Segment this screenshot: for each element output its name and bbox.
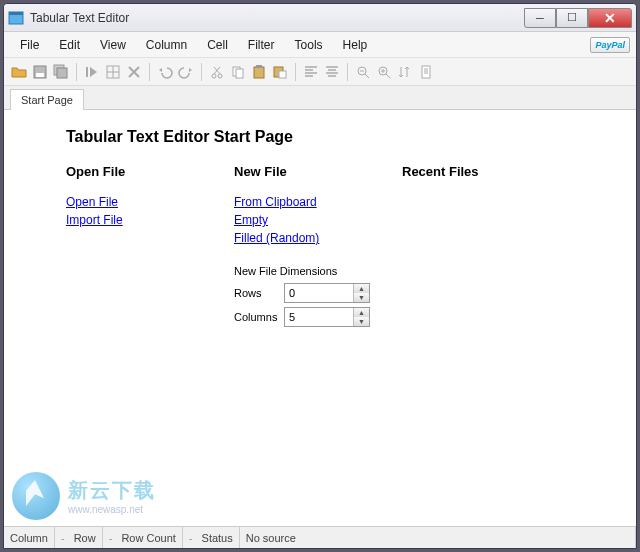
cols-down-icon[interactable]: ▼ — [354, 317, 369, 326]
svg-rect-1 — [9, 12, 23, 15]
menu-file[interactable]: File — [10, 34, 49, 56]
status-column: Column — [4, 527, 55, 548]
dimensions-label: New File Dimensions — [234, 265, 402, 277]
menubar: File Edit View Column Cell Filter Tools … — [4, 32, 636, 58]
svg-line-22 — [386, 74, 390, 78]
status-row: - Row — [55, 527, 103, 548]
rows-spinner[interactable]: ▲▼ — [284, 283, 370, 303]
window-title: Tabular Text Editor — [30, 11, 524, 25]
undo-icon[interactable] — [156, 63, 174, 81]
start-page-content: Tabular Text Editor Start Page Open File… — [4, 110, 636, 526]
play-start-icon[interactable] — [83, 63, 101, 81]
rows-label: Rows — [234, 287, 284, 299]
svg-rect-13 — [236, 69, 243, 78]
grid-icon[interactable] — [104, 63, 122, 81]
columns-spinner[interactable]: ▲▼ — [284, 307, 370, 327]
open-icon[interactable] — [10, 63, 28, 81]
svg-point-10 — [212, 74, 216, 78]
zoom-in-icon[interactable] — [375, 63, 393, 81]
empty-link[interactable]: Empty — [234, 211, 402, 229]
save-icon[interactable] — [31, 63, 49, 81]
open-file-section: Open File Open File Import File — [66, 164, 234, 331]
rows-input[interactable] — [285, 284, 353, 302]
import-file-link[interactable]: Import File — [66, 211, 234, 229]
open-file-link[interactable]: Open File — [66, 193, 234, 211]
svg-line-19 — [365, 74, 369, 78]
svg-rect-6 — [86, 67, 88, 77]
status-source: No source — [240, 527, 636, 548]
close-button[interactable]: ✕ — [588, 8, 632, 28]
columns-input[interactable] — [285, 308, 353, 326]
svg-rect-5 — [57, 68, 67, 78]
zoom-out-icon[interactable] — [354, 63, 372, 81]
align-left-icon[interactable] — [302, 63, 320, 81]
toolbar-separator — [201, 63, 202, 81]
svg-rect-14 — [254, 67, 264, 78]
new-file-section: New File From Clipboard Empty Filled (Ra… — [234, 164, 402, 331]
filled-random-link[interactable]: Filled (Random) — [234, 229, 402, 247]
paste-icon[interactable] — [250, 63, 268, 81]
tab-start-page[interactable]: Start Page — [10, 89, 84, 110]
svg-rect-15 — [256, 65, 262, 68]
svg-point-11 — [218, 74, 222, 78]
delete-icon[interactable] — [125, 63, 143, 81]
svg-rect-25 — [422, 66, 430, 78]
statusbar: Column - Row - Row Count - Status No sou… — [4, 526, 636, 548]
from-clipboard-link[interactable]: From Clipboard — [234, 193, 402, 211]
svg-rect-17 — [279, 71, 286, 78]
menu-column[interactable]: Column — [136, 34, 197, 56]
menu-cell[interactable]: Cell — [197, 34, 238, 56]
sort-icon[interactable] — [396, 63, 414, 81]
page-title: Tabular Text Editor Start Page — [66, 128, 624, 146]
svg-rect-3 — [36, 73, 44, 77]
titlebar[interactable]: Tabular Text Editor ─ ☐ ✕ — [4, 4, 636, 32]
toolbar-separator — [149, 63, 150, 81]
menu-filter[interactable]: Filter — [238, 34, 285, 56]
menu-edit[interactable]: Edit — [49, 34, 90, 56]
toolbar-separator — [295, 63, 296, 81]
minimize-button[interactable]: ─ — [524, 8, 556, 28]
toolbar-separator — [347, 63, 348, 81]
maximize-button[interactable]: ☐ — [556, 8, 588, 28]
save-all-icon[interactable] — [52, 63, 70, 81]
new-file-heading: New File — [234, 164, 402, 179]
open-file-heading: Open File — [66, 164, 234, 179]
menu-tools[interactable]: Tools — [285, 34, 333, 56]
cut-icon[interactable] — [208, 63, 226, 81]
menu-view[interactable]: View — [90, 34, 136, 56]
app-icon — [8, 10, 24, 26]
tab-strip: Start Page — [4, 86, 636, 110]
recent-files-section: Recent Files — [402, 164, 602, 331]
rows-down-icon[interactable]: ▼ — [354, 293, 369, 302]
document-icon[interactable] — [417, 63, 435, 81]
app-window: Tabular Text Editor ─ ☐ ✕ File Edit View… — [3, 3, 637, 549]
menu-help[interactable]: Help — [333, 34, 378, 56]
new-file-dimensions: New File Dimensions Rows ▲▼ Columns ▲▼ — [234, 265, 402, 327]
paypal-pay: Pay — [595, 40, 611, 50]
columns-label: Columns — [234, 311, 284, 323]
rows-up-icon[interactable]: ▲ — [354, 284, 369, 293]
status-row-count: - Row Count — [103, 527, 183, 548]
status-status: - Status — [183, 527, 240, 548]
paypal-button[interactable]: PayPal — [590, 37, 630, 53]
toolbar — [4, 58, 636, 86]
copy-icon[interactable] — [229, 63, 247, 81]
redo-icon[interactable] — [177, 63, 195, 81]
cols-up-icon[interactable]: ▲ — [354, 308, 369, 317]
paste-special-icon[interactable] — [271, 63, 289, 81]
window-controls: ─ ☐ ✕ — [524, 8, 632, 28]
paypal-pal: Pal — [611, 40, 625, 50]
align-center-icon[interactable] — [323, 63, 341, 81]
toolbar-separator — [76, 63, 77, 81]
recent-files-heading: Recent Files — [402, 164, 602, 179]
